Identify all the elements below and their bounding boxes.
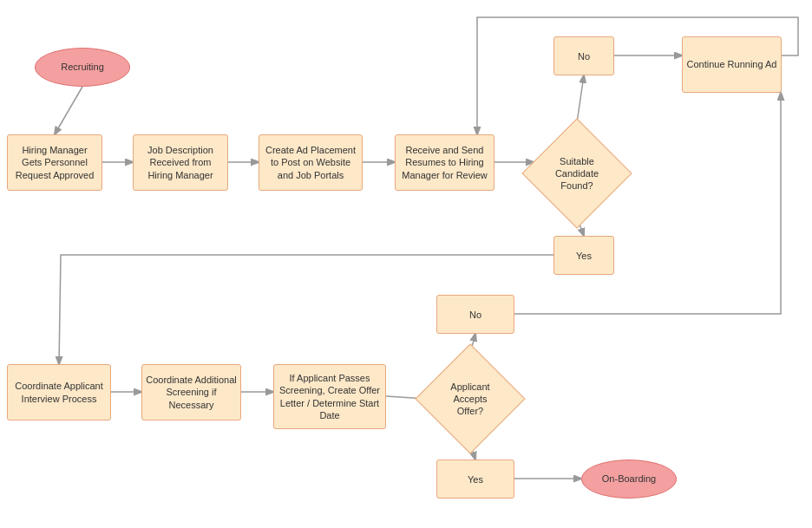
step4-label: Receive and Send Resumes to Hiring Manag… — [399, 144, 490, 181]
coord-screening-label: Coordinate Additional Screening if Neces… — [146, 374, 237, 411]
yes-box-top: Yes — [553, 236, 614, 275]
yes-label-top: Yes — [576, 251, 592, 261]
offer-letter-node: If Applicant Passes Screening, Create Of… — [273, 364, 386, 429]
continue-label: Continue Running Ad — [687, 58, 777, 70]
no-label-top: No — [578, 51, 590, 62]
svg-line-0 — [55, 87, 82, 134]
step2-label: Job Description Received from Hiring Man… — [137, 144, 224, 181]
yes-box-bottom: Yes — [436, 460, 514, 499]
onboarding-node: On-Boarding — [581, 460, 677, 499]
step2-node: Job Description Received from Hiring Man… — [133, 134, 228, 191]
onboarding-label: On-Boarding — [602, 473, 656, 485]
no-label-bottom: No — [469, 310, 481, 320]
coord-interview-node: Coordinate Applicant Interview Process — [7, 364, 111, 420]
step3-node: Create Ad Placement to Post on Website a… — [259, 134, 363, 191]
flowchart-canvas: Recruiting Hiring Manager Gets Personnel… — [0, 0, 812, 528]
coord-screening-node: Coordinate Additional Screening if Neces… — [141, 364, 241, 420]
applicant-accepts-diamond: Applicant Accepts Offer? — [427, 360, 514, 438]
recruiting-label: Recruiting — [61, 61, 104, 73]
step4-node: Receive and Send Resumes to Hiring Manag… — [395, 134, 494, 191]
yes-label-bottom: Yes — [468, 474, 483, 485]
suitable-diamond: Suitable Candidate Found? — [534, 134, 620, 212]
recruiting-node: Recruiting — [35, 48, 130, 87]
step1-node: Hiring Manager Gets Personnel Request Ap… — [7, 134, 102, 191]
step1-label: Hiring Manager Gets Personnel Request Ap… — [11, 144, 98, 181]
suitable-label: Suitable Candidate Found? — [542, 151, 612, 197]
no-box-top: No — [553, 36, 614, 75]
applicant-accepts-label: Applicant Accepts Offer? — [435, 376, 505, 422]
coord-interview-label: Coordinate Applicant Interview Process — [11, 380, 107, 405]
continue-running-node: Continue Running Ad — [682, 36, 782, 93]
step3-label: Create Ad Placement to Post on Website a… — [263, 144, 358, 181]
offer-letter-label: If Applicant Passes Screening, Create Of… — [278, 372, 382, 421]
no-box-bottom: No — [436, 295, 514, 334]
